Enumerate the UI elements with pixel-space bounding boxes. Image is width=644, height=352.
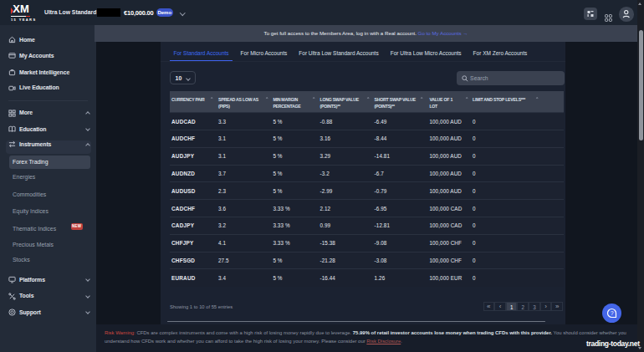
- svg-text:?: ?: [611, 309, 614, 315]
